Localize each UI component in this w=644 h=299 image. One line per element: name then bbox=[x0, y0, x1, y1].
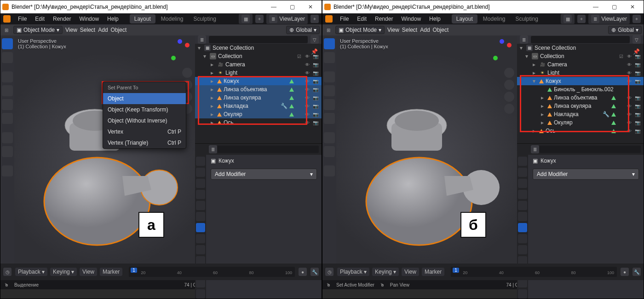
tool-transform[interactable] bbox=[2, 113, 13, 124]
props-editor-icon[interactable]: ≣ bbox=[209, 145, 217, 153]
viewlayer-selector[interactable]: ≣ViewLayer bbox=[588, 14, 630, 24]
node-scene-collection[interactable]: ▾▦Scene Collection bbox=[195, 44, 322, 52]
tl-view[interactable]: View bbox=[80, 268, 97, 276]
node-mesh[interactable]: ▸Ось👁📷 bbox=[517, 127, 644, 135]
hdr-object[interactable]: Object bbox=[111, 27, 127, 33]
maximize-button[interactable]: ▢ bbox=[283, 0, 301, 13]
ptab-view[interactable] bbox=[196, 179, 205, 188]
tool-move[interactable] bbox=[324, 71, 335, 82]
node-mesh[interactable]: ▸Кожух👁📷 bbox=[195, 77, 322, 85]
autokey-icon[interactable]: ● bbox=[299, 268, 307, 276]
viewlayer-selector[interactable]: ≣ViewLayer bbox=[266, 14, 308, 24]
hdr-add[interactable]: Add bbox=[98, 27, 108, 33]
tab-modeling[interactable]: Modeling bbox=[156, 14, 188, 23]
close-button[interactable]: ✕ bbox=[301, 0, 320, 13]
new-viewlayer-button[interactable]: ＋ bbox=[310, 15, 319, 23]
tab-layout[interactable]: Layout bbox=[452, 14, 477, 23]
timeline-ruler[interactable]: 1 20406080100 bbox=[451, 267, 617, 277]
tab-layout[interactable]: Layout bbox=[130, 14, 155, 23]
menu-file[interactable]: File bbox=[336, 15, 352, 23]
tool-add-cube[interactable] bbox=[2, 165, 13, 176]
timeline-ruler[interactable]: 1 20406080100 bbox=[129, 267, 295, 277]
viewport-3d[interactable]: User Perspective (1) Collection | Кожух bbox=[336, 35, 517, 264]
node-mesh-parent[interactable]: ▾Кожух👁📷 bbox=[517, 77, 644, 85]
filter-icon[interactable]: ▽ bbox=[310, 35, 319, 44]
menu-render[interactable]: Render bbox=[371, 15, 397, 23]
hdr-select[interactable]: Select bbox=[402, 27, 417, 33]
timeline-editor-icon[interactable]: ◷ bbox=[3, 268, 12, 276]
node-collection[interactable]: ▾▭Collection☑👁📷 bbox=[195, 52, 322, 60]
menu-item-object[interactable]: Object bbox=[103, 93, 186, 104]
menu-edit[interactable]: Edit bbox=[353, 15, 370, 23]
camera-gizmo[interactable] bbox=[504, 92, 514, 102]
ptab-render[interactable] bbox=[196, 157, 205, 166]
tool-transform[interactable] bbox=[324, 113, 335, 124]
tab-modeling[interactable]: Modeling bbox=[478, 14, 510, 23]
props-search[interactable] bbox=[217, 146, 319, 153]
tool-rotate[interactable] bbox=[324, 85, 335, 96]
node-scene-collection[interactable]: ▾▦Scene Collection bbox=[517, 44, 644, 52]
keying-menu[interactable]: Keying ▾ bbox=[50, 268, 77, 276]
ptab-physics[interactable] bbox=[518, 245, 527, 254]
menu-edit[interactable]: Edit bbox=[31, 15, 48, 23]
hdr-select[interactable]: Select bbox=[80, 27, 95, 33]
node-mesh[interactable]: ▸Окуляр👁📷 bbox=[517, 118, 644, 127]
tool-cursor[interactable] bbox=[324, 52, 335, 63]
tool-measure[interactable] bbox=[324, 146, 335, 157]
ptab-output[interactable] bbox=[196, 168, 205, 177]
zoom-gizmo[interactable] bbox=[182, 68, 192, 78]
playback-menu[interactable]: Playback ▾ bbox=[337, 268, 369, 276]
keying-menu[interactable]: Keying ▾ bbox=[372, 268, 399, 276]
node-collection[interactable]: ▾▭Collection☑👁📷 bbox=[517, 52, 644, 60]
outliner-editor-icon[interactable]: ≣ bbox=[198, 35, 206, 44]
menu-help[interactable]: Help bbox=[426, 15, 444, 23]
menu-window[interactable]: Window bbox=[397, 15, 425, 23]
ptab-physics[interactable] bbox=[196, 245, 205, 254]
mode-selector[interactable]: ▣Object Mode▾ bbox=[335, 26, 385, 34]
wrench-icon[interactable]: 🔧 bbox=[632, 268, 641, 276]
persp-gizmo[interactable] bbox=[504, 104, 514, 114]
tool-rotate[interactable] bbox=[2, 85, 13, 96]
ptab-output[interactable] bbox=[518, 168, 527, 177]
ptab-modifier[interactable] bbox=[196, 223, 205, 232]
axis-gizmo[interactable] bbox=[490, 39, 513, 62]
ptab-modifier[interactable] bbox=[518, 223, 527, 232]
node-mesh-data[interactable]: Бинокль _ Бинокль.002 bbox=[517, 85, 644, 94]
tool-measure[interactable] bbox=[2, 146, 13, 157]
ptab-particles[interactable] bbox=[196, 234, 205, 243]
tl-marker[interactable]: Marker bbox=[422, 268, 444, 276]
hdr-object[interactable]: Object bbox=[433, 27, 449, 33]
ptab-view[interactable] bbox=[518, 179, 527, 188]
new-viewlayer-button[interactable]: ＋ bbox=[632, 15, 641, 23]
menu-item-vertex-triangle[interactable]: Vertex (Triangle)Ctrl P bbox=[103, 137, 186, 148]
new-scene-button[interactable]: ＋ bbox=[577, 15, 586, 23]
minimize-button[interactable]: — bbox=[586, 0, 605, 13]
mode-selector[interactable]: ▣Object Mode▾ bbox=[13, 26, 63, 34]
outliner-search[interactable] bbox=[531, 36, 630, 43]
menu-file[interactable]: File bbox=[14, 15, 30, 23]
node-light[interactable]: ▸☀Light👁📷 bbox=[195, 69, 322, 77]
node-mesh[interactable]: ▸Окуляр👁📷 bbox=[195, 110, 322, 118]
minimize-button[interactable]: — bbox=[264, 0, 283, 13]
tool-move[interactable] bbox=[2, 71, 13, 82]
node-mesh[interactable]: ▸Линза объектива👁📷 bbox=[195, 85, 322, 94]
menu-item-vertex[interactable]: VertexCtrl P bbox=[103, 126, 186, 137]
pan-gizmo[interactable] bbox=[504, 80, 514, 90]
node-camera[interactable]: ▸🎥Camera👁📷 bbox=[195, 60, 322, 69]
editor-type-icon[interactable]: ⊞ bbox=[324, 26, 333, 34]
autokey-icon[interactable]: ● bbox=[621, 268, 629, 276]
ptab-object[interactable] bbox=[518, 212, 527, 221]
tool-select-box[interactable] bbox=[324, 38, 335, 49]
add-modifier-button[interactable]: Add Modifier▾ bbox=[533, 169, 639, 180]
ptab-texture[interactable] bbox=[518, 289, 527, 299]
ptab-object[interactable] bbox=[196, 212, 205, 221]
menu-item-without-inverse[interactable]: Object (Without Inverse) bbox=[103, 115, 186, 126]
menu-window[interactable]: Window bbox=[75, 15, 103, 23]
editor-type-icon[interactable]: ⊞ bbox=[2, 26, 11, 34]
viewport-3d[interactable]: User Perspective (1) Collection | Кожух bbox=[14, 35, 195, 264]
ptab-scene[interactable] bbox=[518, 190, 527, 199]
tool-annotate[interactable] bbox=[324, 132, 335, 143]
ptab-texture[interactable] bbox=[196, 289, 205, 299]
ptab-render[interactable] bbox=[518, 157, 527, 166]
node-mesh[interactable]: ▸Линза окуляра👁📷 bbox=[517, 102, 644, 110]
